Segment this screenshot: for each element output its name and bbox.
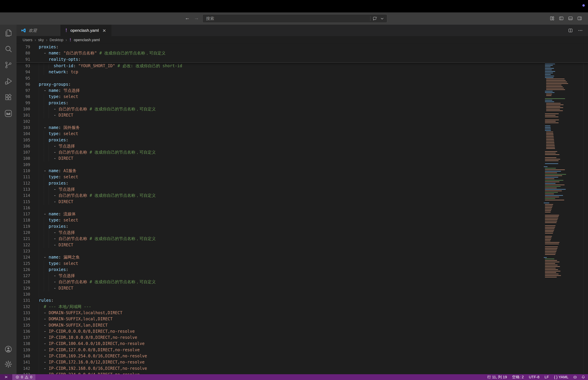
eol-status[interactable]: LF <box>542 375 551 379</box>
indentation-status[interactable]: 空格: 2 <box>510 375 526 380</box>
tab-welcome[interactable]: 欢迎 <box>17 25 60 36</box>
chevron-down-icon[interactable] <box>379 16 385 21</box>
code-line[interactable]: 105proxies: <box>17 137 588 143</box>
line-number[interactable]: 91 <box>17 56 30 63</box>
toggle-panel-bottom-icon[interactable] <box>568 16 573 21</box>
code-editor[interactable]: 93short-id: "YOUR_SHORT_ID" # 必改: 改成你自己的… <box>17 44 588 374</box>
code-line[interactable]: 131rules: <box>17 297 588 304</box>
line-number[interactable]: 97 <box>17 87 30 94</box>
code-line[interactable]: 119proxies: <box>17 223 588 230</box>
code-line[interactable]: 94network: tcp <box>17 69 588 75</box>
code-line[interactable]: 133- DOMAIN-SUFFIX,localhost,DIRECT <box>17 310 588 316</box>
navigate-back-icon[interactable]: ← <box>185 15 190 21</box>
code-line[interactable]: 124- name: 漏网之鱼 <box>17 254 588 260</box>
code-line[interactable]: 134- DOMAIN-SUFFIX,local,DIRECT <box>17 316 588 322</box>
code-line[interactable]: 103- name: 国外服务 <box>17 125 588 131</box>
line-number[interactable]: 109 <box>17 162 30 168</box>
code-line[interactable]: 139- IP-CIDR,127.0.0.0/8,DIRECT,no-resol… <box>17 347 588 353</box>
code-line[interactable]: 93short-id: "YOUR_SHORT_ID" # 必改: 改成你自己的… <box>17 63 588 69</box>
code-line[interactable]: 108- DIRECT <box>17 155 588 162</box>
line-number[interactable]: 139 <box>17 347 30 353</box>
line-number[interactable]: 119 <box>17 223 30 230</box>
m-extension-icon[interactable] <box>4 109 13 118</box>
code-line[interactable]: 116 <box>17 205 588 211</box>
line-number[interactable]: 113 <box>17 186 30 192</box>
code-line[interactable]: 127- 节点选择 <box>17 273 588 279</box>
code-line[interactable]: 98type: select <box>17 94 588 100</box>
line-number[interactable]: 120 <box>17 229 30 236</box>
code-line[interactable]: 138- IP-CIDR,100.64.0.0/10,DIRECT,no-res… <box>17 341 588 347</box>
code-line[interactable]: 107- 自己的节点名称 # 改成你自己的节点名称，可自定义 <box>17 149 588 155</box>
code-line[interactable]: 136- IP-CIDR,0.0.0.0/8,DIRECT,no-resolve <box>17 328 588 335</box>
extensions-icon[interactable] <box>4 93 13 102</box>
run-debug-icon[interactable] <box>4 77 13 85</box>
code-line[interactable]: 121- 自己的节点名称 # 改成你自己的节点名称，可自定义 <box>17 236 588 242</box>
code-line[interactable]: 140- IP-CIDR,169.254.0.0/16,DIRECT,no-re… <box>17 353 588 359</box>
line-number[interactable]: 135 <box>17 322 30 328</box>
overview-ruler[interactable] <box>583 44 588 374</box>
code-line[interactable]: 115- DIRECT <box>17 199 588 205</box>
line-number[interactable]: 103 <box>17 125 30 131</box>
code-line[interactable]: 101- DIRECT <box>17 112 588 118</box>
account-icon[interactable] <box>4 345 13 353</box>
line-number[interactable]: 122 <box>17 242 30 248</box>
line-number[interactable]: 80 <box>17 50 30 56</box>
line-number[interactable]: 100 <box>17 106 30 112</box>
breadcrumb-item[interactable]: Users <box>23 38 32 42</box>
code-line[interactable]: 137- IP-CIDR,10.0.0.0/8,DIRECT,no-resolv… <box>17 334 588 341</box>
line-number[interactable]: 131 <box>17 297 30 304</box>
navigate-forward-icon[interactable]: → <box>194 15 199 21</box>
code-line[interactable]: 91reality-opts: <box>17 56 588 63</box>
code-line[interactable]: 118type: select <box>17 217 588 223</box>
line-number[interactable]: 133 <box>17 310 30 316</box>
code-line[interactable]: 111type: select <box>17 174 588 180</box>
line-number[interactable]: 115 <box>17 199 30 205</box>
code-line[interactable]: 80- name: "自己的节点名称" # 改成你自己的节点名称，可自定义 <box>17 50 588 56</box>
code-line[interactable]: 113- 节点选择 <box>17 186 588 192</box>
line-number[interactable]: 107 <box>17 149 30 155</box>
breadcrumb-file[interactable]: openclash.yaml <box>74 38 100 42</box>
code-line[interactable]: 142- IP-CIDR,192.168.0.0/16,DIRECT,no-re… <box>17 365 588 372</box>
code-line[interactable]: 143- IP-CIDR,224.0.0.0/4,DIRECT,no-resol… <box>17 372 588 374</box>
line-number[interactable]: 108 <box>17 155 30 162</box>
line-number[interactable]: 101 <box>17 112 30 118</box>
line-number[interactable]: 94 <box>17 69 30 75</box>
split-editor-icon[interactable] <box>568 28 573 33</box>
customize-layout-icon[interactable] <box>550 16 555 21</box>
line-number[interactable]: 140 <box>17 353 30 359</box>
line-number[interactable]: 98 <box>17 94 30 100</box>
code-line[interactable]: 114- 自己的节点名称 # 改成你自己的节点名称，可自定义 <box>17 192 588 199</box>
notifications-status[interactable] <box>579 375 588 379</box>
search-icon[interactable] <box>4 45 13 53</box>
line-number[interactable]: 129 <box>17 285 30 291</box>
code-line[interactable]: 97- name: 节点选择 <box>17 87 588 94</box>
source-control-icon[interactable] <box>4 61 13 69</box>
code-line[interactable]: 112proxies: <box>17 180 588 187</box>
line-number[interactable]: 112 <box>17 180 30 187</box>
code-line[interactable]: 102 <box>17 118 588 125</box>
line-number[interactable]: 137 <box>17 334 30 341</box>
line-number[interactable]: 102 <box>17 118 30 125</box>
code-line[interactable]: 99proxies: <box>17 100 588 106</box>
toggle-sidebar-right-icon[interactable] <box>577 16 582 21</box>
more-actions-icon[interactable] <box>578 28 583 33</box>
encoding-status[interactable]: UTF-8 <box>526 375 542 379</box>
line-number[interactable]: 79 <box>17 44 30 50</box>
line-number[interactable]: 111 <box>17 174 30 180</box>
line-number[interactable]: 114 <box>17 192 30 199</box>
toggle-sidebar-left-icon[interactable] <box>559 16 564 21</box>
code-line[interactable]: 125type: select <box>17 260 588 267</box>
code-line[interactable]: 110- name: AI服务 <box>17 168 588 174</box>
line-number[interactable]: 117 <box>17 211 30 217</box>
tab-openclash-yaml[interactable]: ! openclash.yaml × <box>60 25 112 36</box>
code-line[interactable]: 130 <box>17 291 588 298</box>
line-number[interactable]: 126 <box>17 266 30 273</box>
line-number[interactable]: 121 <box>17 236 30 242</box>
remote-indicator[interactable] <box>0 374 12 380</box>
code-line[interactable]: 117- name: 流媒体 <box>17 211 588 217</box>
language-mode-status[interactable]: { } YAML <box>551 375 571 379</box>
minimap[interactable] <box>544 44 567 374</box>
line-number[interactable]: 104 <box>17 131 30 137</box>
code-line[interactable]: 129- DIRECT <box>17 285 588 291</box>
code-line[interactable]: 128- 自己的节点名称 # 改成你自己的节点名称，可自定义 <box>17 279 588 285</box>
